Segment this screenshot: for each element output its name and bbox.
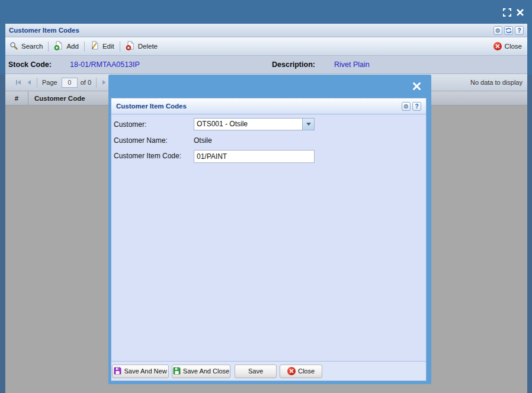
window-toolbar: Search Add [5, 37, 527, 56]
page-of-label: of 0 [81, 79, 91, 86]
page-number-input[interactable] [62, 78, 78, 88]
stock-code-value: 18-01/RMTAA0513IP [70, 60, 140, 69]
save-new-icon [114, 367, 121, 376]
delete-icon [126, 41, 135, 52]
dialog-close-red-icon [287, 367, 296, 375]
dialog-title: Customer Item Codes [116, 103, 187, 110]
customer-combobox[interactable]: OTS001 - Otsile [194, 118, 315, 130]
mask-right-strip [527, 75, 532, 393]
dialog-close-icon[interactable] [412, 81, 422, 91]
first-page-icon[interactable] [13, 78, 24, 87]
delete-button[interactable]: Delete [123, 41, 161, 52]
edit-icon [90, 41, 100, 52]
combobox-dropdown-icon[interactable] [302, 119, 314, 130]
toolbar-separator [48, 41, 49, 52]
maximize-icon[interactable] [502, 8, 512, 17]
toolbar-separator [84, 41, 85, 52]
close-icon[interactable] [515, 8, 525, 17]
paging-separator [37, 78, 37, 88]
record-info-bar: Stock Code: 18-01/RMTAA0513IP Descriptio… [5, 56, 527, 74]
toolbar-separator [120, 41, 120, 52]
save-and-new-button[interactable]: Save And New [112, 365, 169, 378]
dialog-help-icon[interactable]: ? [412, 102, 421, 111]
dialog-panel: Customer Item Codes ⚙ ? Customer: OTS001… [111, 98, 427, 381]
refresh-icon[interactable] [504, 26, 513, 35]
customer-label: Customer: [114, 120, 146, 129]
customer-item-code-input[interactable] [194, 150, 315, 163]
window-titlebar: Customer Item Codes ⚙ ? [5, 24, 527, 37]
customer-item-code-label: Customer Item Code: [114, 152, 181, 160]
page-label: Page [42, 79, 57, 86]
search-button[interactable]: Search [7, 41, 46, 52]
dialog-footer: Save And New Save And Close Save [111, 361, 426, 381]
customer-name-label: Customer Name: [114, 136, 168, 145]
help-icon[interactable]: ? [515, 26, 524, 35]
save-close-icon [173, 367, 181, 376]
description-label: Description: [272, 60, 315, 69]
grid-column-number[interactable]: # [5, 91, 28, 105]
dialog-settings-icon[interactable]: ⚙ [402, 102, 411, 111]
dialog-close-button[interactable]: Close [280, 365, 322, 378]
close-red-icon [493, 42, 502, 50]
mask-left-strip [0, 75, 5, 393]
window-title: Customer Item Codes [9, 27, 79, 34]
paging-separator [96, 78, 97, 88]
description-value: Rivet Plain [334, 60, 370, 69]
prev-page-icon[interactable] [24, 78, 34, 87]
customer-item-codes-dialog: Customer Item Codes ⚙ ? Customer: OTS001… [108, 75, 431, 384]
edit-button[interactable]: Edit [87, 41, 117, 52]
save-button[interactable]: Save [235, 365, 277, 378]
add-button[interactable]: Add [51, 41, 81, 52]
application-desktop: Customer Item Codes ⚙ ? [0, 0, 532, 393]
grid-status-text: No data to display [470, 79, 523, 86]
customer-name-value: Otsile [194, 136, 212, 145]
settings-icon[interactable]: ⚙ [493, 26, 502, 35]
dialog-header: Customer Item Codes ⚙ ? [111, 98, 426, 114]
add-icon [54, 41, 63, 52]
stock-code-label: Stock Code: [8, 60, 52, 69]
search-icon [9, 41, 18, 52]
customer-combobox-value: OTS001 - Otsile [197, 119, 248, 130]
save-and-close-button[interactable]: Save And Close [172, 365, 230, 378]
close-button[interactable]: Close [491, 42, 525, 50]
